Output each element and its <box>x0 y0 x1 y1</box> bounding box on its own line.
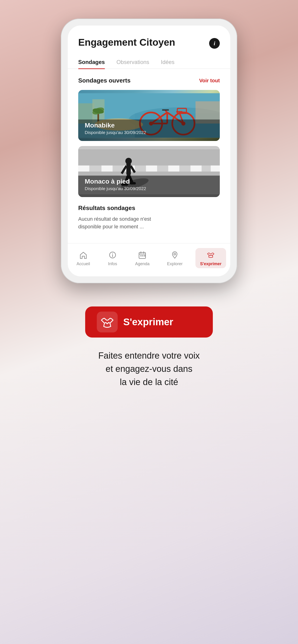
monabike-card-title: Monabike <box>85 122 213 129</box>
monabike-card-subtitle: Disponible jusqu'au 30/09/2022 <box>85 130 213 135</box>
tab-sondages[interactable]: Sondages <box>78 56 105 68</box>
home-icon <box>78 250 88 260</box>
cta-handshake-icon <box>99 314 115 330</box>
nav-infos-label: Infos <box>108 262 117 266</box>
phone-screen: Engagement Citoyen i Sondages Observatio… <box>68 26 230 276</box>
svg-rect-30 <box>146 166 157 172</box>
svg-rect-33 <box>211 166 220 172</box>
tab-idees[interactable]: Idées <box>161 56 175 68</box>
sondages-section-header: Sondages ouverts Voir tout <box>78 77 220 84</box>
cta-section: S'exprimer Faites entendre votre voix et… <box>67 306 231 389</box>
info-icon-label: i <box>214 40 215 46</box>
monaco-pied-card-subtitle: Disponible jusqu'au 30/09/2022 <box>85 186 213 191</box>
results-line1: Aucun résultat de sondage n'est <box>78 216 151 222</box>
phone-device: Engagement Citoyen i Sondages Observatio… <box>61 18 237 283</box>
location-icon <box>170 250 180 260</box>
tabs-bar: Sondages Observations Idées <box>68 56 230 69</box>
bottom-nav: Accueil Infos <box>68 243 230 276</box>
sondages-section-title: Sondages ouverts <box>78 77 130 84</box>
app-title: Engagement Citoyen <box>78 37 209 48</box>
nav-accueil[interactable]: Accueil <box>72 248 95 268</box>
info-button[interactable]: i <box>209 38 220 49</box>
sexprimer-cta-button[interactable]: S'exprimer <box>85 306 213 338</box>
cta-icon-box <box>97 312 118 332</box>
results-empty-text: Aucun résultat de sondage n'est disponib… <box>78 215 220 230</box>
nav-accueil-label: Accueil <box>77 262 90 266</box>
svg-rect-32 <box>191 166 202 172</box>
results-line2: disponible pour le moment ... <box>78 224 144 230</box>
monaco-pied-card[interactable]: Monaco à pied Disponible jusqu'au 30/09/… <box>78 146 220 197</box>
svg-rect-28 <box>101 166 113 172</box>
monabike-card-text: Monabike Disponible jusqu'au 30/09/2022 <box>85 122 213 135</box>
nav-sexprimer[interactable]: S'exprimer <box>195 248 226 268</box>
cta-button-text: S'exprimer <box>123 316 173 328</box>
monaco-pied-card-title: Monaco à pied <box>85 178 213 185</box>
nav-explorer-label: Explorer <box>167 262 183 266</box>
svg-rect-52 <box>142 255 143 256</box>
svg-point-54 <box>174 253 176 255</box>
monaco-pied-card-text: Monaco à pied Disponible jusqu'au 30/09/… <box>85 178 213 191</box>
svg-rect-35 <box>126 164 131 174</box>
nav-explorer[interactable]: Explorer <box>162 248 187 268</box>
svg-rect-31 <box>168 166 179 172</box>
svg-rect-51 <box>140 255 142 256</box>
info-circle-icon <box>107 250 118 260</box>
nav-agenda-label: Agenda <box>135 262 149 266</box>
handshake-nav-icon <box>206 250 216 260</box>
svg-rect-53 <box>144 255 145 256</box>
results-section-title: Résultats sondages <box>78 204 220 212</box>
content-area: Sondages ouverts Voir tout <box>68 69 230 243</box>
cta-desc-line2: et engagez-vous dans <box>106 364 192 374</box>
results-section: Résultats sondages Aucun résultat de son… <box>78 202 220 235</box>
app-header: Engagement Citoyen i <box>68 26 230 49</box>
cta-desc-line1: Faites entendre votre voix <box>98 351 200 360</box>
svg-rect-27 <box>78 166 89 172</box>
cta-desc-line3: la vie de la cité <box>120 377 178 387</box>
screen-content: Engagement Citoyen i Sondages Observatio… <box>68 26 230 276</box>
svg-point-36 <box>125 158 132 164</box>
cta-description: Faites entendre votre voix et engagez-vo… <box>98 349 200 389</box>
svg-point-46 <box>112 253 113 254</box>
voir-tout-link[interactable]: Voir tout <box>199 78 220 84</box>
tab-observations[interactable]: Observations <box>117 56 149 68</box>
nav-infos[interactable]: Infos <box>103 248 122 268</box>
nav-agenda[interactable]: Agenda <box>130 248 154 268</box>
monabike-card[interactable]: Monabike Disponible jusqu'au 30/09/2022 <box>78 90 220 141</box>
calendar-icon <box>137 250 147 260</box>
nav-sexprimer-label: S'exprimer <box>200 262 221 266</box>
